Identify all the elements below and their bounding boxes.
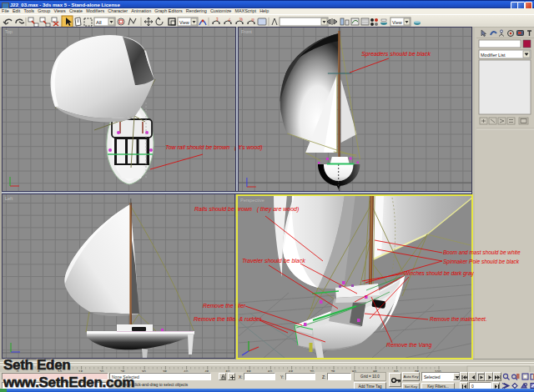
- svg-text:%: %: [239, 18, 243, 22]
- svg-text:◎: ◎: [251, 18, 254, 22]
- svg-text:∠: ∠: [228, 18, 231, 22]
- svg-text:All: All: [96, 20, 102, 25]
- svg-text:View: View: [392, 20, 402, 25]
- svg-text:Modifier List: Modifier List: [481, 53, 506, 58]
- svg-text:View: View: [179, 20, 189, 25]
- svg-text:3: 3: [216, 18, 219, 22]
